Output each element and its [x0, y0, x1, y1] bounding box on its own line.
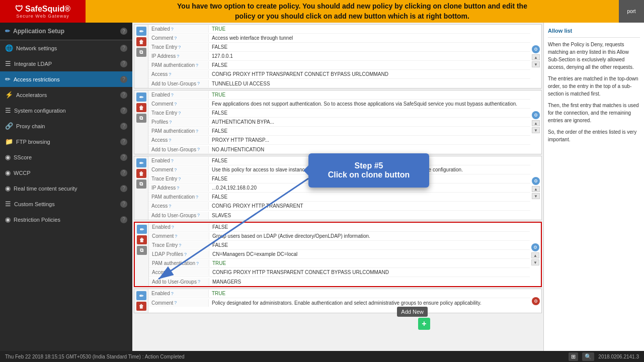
sidebar-item-restriction-policies[interactable]: ◉ Restriction Policies ?	[0, 212, 132, 227]
policy-2-profiles-row: Profiles? AUTHENTICATION BYPA...	[148, 118, 530, 127]
policy-5-edit-btn[interactable]: ✏	[136, 291, 146, 300]
policy-5-delete-btn[interactable]: 🗑	[136, 302, 146, 311]
wccp-help-icon[interactable]: ?	[120, 169, 127, 176]
policy-4-edit-btn[interactable]: ✏	[137, 225, 147, 234]
policy-3-up-btn[interactable]: ▲	[532, 186, 540, 192]
p4-comment-label: Comment?	[149, 232, 209, 240]
policy-4-comment-value: Group users based on LDAP (Active direct…	[209, 232, 530, 240]
network-help-icon[interactable]: ?	[120, 45, 127, 52]
bottom-right: ⊞ 🔍 2018.0206.2141.3	[569, 352, 639, 361]
sidebar-item-system-configuration[interactable]: ☰ System configuration ?	[0, 103, 132, 118]
add-new-button[interactable]: +	[418, 318, 430, 330]
policy-4-pam-row: PAM authentication? TRUE	[149, 259, 530, 268]
policy-5-enabled-value: TRUE	[209, 290, 530, 297]
right-sidebar: Allow list When the Policy is Deny, requ…	[543, 23, 644, 351]
accel-help-icon[interactable]: ?	[120, 92, 127, 99]
policy-2-edit-btn[interactable]: ✏	[136, 93, 146, 102]
policy-1-access-value: CONFIG PROXY HTTP TRANSPARENT CONNECT BY…	[209, 70, 530, 78]
policy-block-4: ✏ 🗑 ⧉ Enabled? FALSE Comment? Group user…	[134, 222, 542, 287]
edit-icon: ✏	[5, 28, 10, 35]
p2-addgroups-label: Add to User-Groups?	[148, 146, 209, 153]
sidebar-item-integrate-ldap[interactable]: ☰ Integrate LDAP ?	[0, 56, 132, 71]
policy-2-access-row: Access? PROXY HTTP TRANSP...	[148, 136, 530, 145]
policy-1-trace-value: FALSE	[209, 43, 530, 51]
policy-3-settings-btn[interactable]: ⚙	[532, 177, 540, 185]
policy-4-trace-value: FALSE	[209, 241, 530, 249]
policy-4-ldap-row: LDAP Profiles? CN=Managers DC=example DC…	[149, 250, 530, 259]
top-right-button[interactable]: port	[619, 0, 644, 23]
policy-1-clone-btn[interactable]: ⧉	[136, 48, 146, 57]
policy-1-ip-row: IP Address? 127.0.0.1	[148, 52, 530, 61]
sidebar-item-sscore[interactable]: ◉ SScore ?	[0, 149, 132, 165]
sidebar-item-proxy-chain[interactable]: 🔗 Proxy chain ?	[0, 118, 132, 134]
sidebar-item-real-time[interactable]: ◉ Real time content security ?	[0, 180, 132, 196]
policy-3-pam-row: PAM authentication? FALSE	[148, 193, 530, 202]
notification-text: You have two option to create policy. Yo…	[177, 2, 527, 21]
policy-4-up-btn[interactable]: ▲	[531, 252, 539, 258]
p2-enabled-label: Enabled?	[148, 91, 209, 99]
policy-1-down-btn[interactable]: ▼	[532, 61, 540, 67]
policy-2-down-btn[interactable]: ▼	[532, 127, 540, 133]
ldap-help-icon[interactable]: ?	[120, 60, 127, 67]
policy-1-edit-btn[interactable]: ✏	[136, 27, 146, 36]
sidebar-item-accelerators[interactable]: ⚡ Accelerators ?	[0, 87, 132, 103]
policy-3-edit-btn[interactable]: ✏	[136, 158, 146, 167]
policy-5-settings-btn[interactable]: ⚙	[532, 297, 540, 305]
access-label: Access?	[148, 70, 209, 78]
policy-1-up-btn[interactable]: ▲	[532, 54, 540, 60]
sidebar-item-access-restrictions[interactable]: ✏ Access restrictions ?	[0, 71, 132, 87]
policy-1-settings-btn[interactable]: ⚙	[532, 45, 540, 53]
policy-2-clone-btn[interactable]: ⧉	[136, 114, 146, 123]
trace-help-icon: ?	[178, 45, 181, 50]
realtime-help-icon[interactable]: ?	[120, 185, 127, 192]
content-area: ✏ 🗑 ⧉ Enabled? TRUE Comment? Access web …	[132, 23, 644, 351]
p5-enabled-label: Enabled?	[148, 290, 209, 297]
p4-trace-label: Trace Entry?	[149, 241, 209, 249]
policy-3-down-btn[interactable]: ▼	[532, 193, 540, 199]
policy-4-settings-btn[interactable]: ⚙	[531, 243, 539, 251]
policy-1-ip-value: 127.0.0.1	[209, 52, 530, 60]
policy-1-pam-value: FALSE	[209, 61, 530, 69]
sidebar-item-custom-settings[interactable]: ☰ Custom Settings ?	[0, 196, 132, 212]
sscore-help-icon[interactable]: ?	[120, 154, 127, 161]
policy-3-clone-btn[interactable]: ⧉	[136, 179, 146, 189]
right-sidebar-para-3: Then, the first entry that matches is us…	[548, 102, 640, 124]
sidebar-item-wccp[interactable]: ◉ WCCP ?	[0, 165, 132, 180]
sidebar-item-ftp-browsing[interactable]: 📁 FTP browsing ?	[0, 134, 132, 149]
policy-4-enabled-value: FALSE	[209, 223, 530, 231]
bottom-bar: Thu Feb 22 2018 18:15:15 GMT+0530 (India…	[0, 351, 644, 362]
app-setup-help-icon[interactable]: ?	[120, 28, 127, 35]
policy-5-comment-row: Comment? Policy designated for administr…	[148, 298, 530, 307]
restriction-help-icon[interactable]: ?	[120, 216, 127, 223]
policy-1-delete-btn[interactable]: 🗑	[136, 37, 146, 46]
policy-2-settings-btn[interactable]: ⚙	[532, 111, 540, 119]
enabled-help-icon: ?	[171, 27, 174, 32]
network-icon: 🌐	[5, 44, 13, 52]
proxy-help-icon[interactable]: ?	[120, 123, 127, 130]
p2-comment-label: Comment?	[148, 100, 209, 108]
policy-2-pam-row: PAM authentication? FALSE	[148, 127, 530, 136]
custom-help-icon[interactable]: ?	[120, 201, 127, 208]
add-new-tooltip: Add New	[397, 307, 428, 317]
policy-4-delete-btn[interactable]: 🗑	[137, 235, 147, 244]
policy-5-comment-value: Policy designated for administrators. En…	[209, 299, 530, 307]
policy-5-actions: ✏ 🗑	[134, 289, 148, 313]
policy-3-delete-btn[interactable]: 🗑	[136, 169, 146, 178]
step-action: Click on clone button	[318, 170, 419, 179]
access-help-icon[interactable]: ?	[120, 76, 127, 83]
proxy-icon: 🔗	[5, 122, 13, 130]
policy-2-profiles-value: AUTHENTICATION BYPA...	[209, 118, 530, 126]
policy-2-up-btn[interactable]: ▲	[532, 120, 540, 126]
policy-2-delete-btn[interactable]: 🗑	[136, 103, 146, 112]
policy-2-comment-row: Comment? Few applications does not suppo…	[148, 100, 530, 109]
system-icon: ☰	[5, 107, 11, 114]
policy-4-comment-row: Comment? Group users based on LDAP (Acti…	[149, 232, 530, 241]
system-help-icon[interactable]: ?	[120, 107, 127, 114]
bottom-icon-2[interactable]: 🔍	[582, 352, 594, 361]
ftp-help-icon[interactable]: ?	[120, 138, 127, 145]
policy-2-enabled-row: Enabled? TRUE	[148, 90, 530, 100]
sidebar-item-network-settings[interactable]: 🌐 Network settings ?	[0, 40, 132, 56]
bottom-icon-1[interactable]: ⊞	[569, 352, 578, 361]
policy-4-down-btn[interactable]: ▼	[531, 259, 539, 265]
policy-4-clone-btn[interactable]: ⧉	[137, 246, 147, 255]
